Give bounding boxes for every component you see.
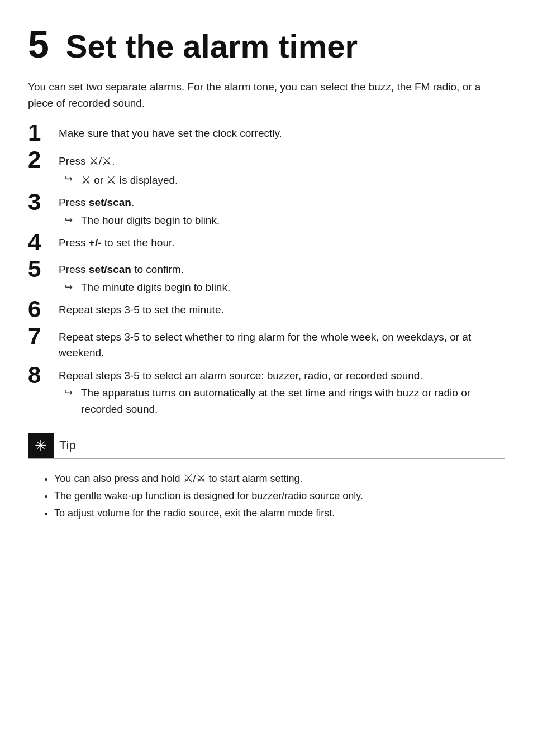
step-4-text: Press +/- to set the hour. [59,237,175,248]
alarm-icon-b: ⚔ [102,152,112,169]
step-8-result-text: The apparatus turns on automatically at … [81,385,505,417]
step-3: 3 Press set/scan. ↪ The hour digits begi… [28,192,505,228]
step-8-result: ↪ The apparatus turns on automatically a… [59,385,505,417]
step-3-result-text: The hour digits begin to blink. [81,213,220,229]
step-1-text: Make sure that you have set the clock co… [59,127,282,139]
step-1: 1 Make sure that you have set the clock … [28,122,505,146]
step-3-result: ↪ The hour digits begin to blink. [59,213,505,229]
step-number-6: 6 [28,296,59,322]
step-8: 8 Repeat steps 3-5 to select an alarm so… [28,365,505,418]
tip-header: ✳ Tip [28,433,505,458]
steps-list: 1 Make sure that you have set the clock … [28,122,505,417]
step-number-4: 4 [28,229,59,255]
tip-star-icon: ✳ [35,438,47,453]
step-5: 5 Press set/scan to confirm. ↪ The minut… [28,259,505,295]
step-2-result-text: ⚔ or ⚔ is displayed. [81,171,178,189]
alarm-icon-c: ⚔ [81,171,91,188]
key-set-scan-5: set/scan [89,264,131,275]
arrow-symbol-2: ↪ [64,171,77,186]
step-content-8: Repeat steps 3-5 to select an alarm sour… [59,365,505,418]
page-title: 5 Set the alarm timer [28,22,505,66]
step-number-1: 1 [28,120,59,146]
tip-item-1: You can also press and hold ⚔/⚔ to start… [54,469,492,487]
step-6-text: Repeat steps 3-5 to set the minute. [59,304,224,315]
step-content-6: Repeat steps 3-5 to set the minute. [59,299,505,318]
key-plus-minus: +/- [89,237,102,248]
step-2-text: Press ⚔/⚔. [59,155,115,167]
tip-list: You can also press and hold ⚔/⚔ to start… [41,469,492,521]
step-4: 4 Press +/- to set the hour. [28,232,505,255]
step-content-7: Repeat steps 3-5 to select whether to ri… [59,326,505,361]
step-7: 7 Repeat steps 3-5 to select whether to … [28,326,505,361]
tip-item-1-text: You can also press and hold ⚔/⚔ to start… [54,473,303,484]
step-2-result: ↪ ⚔ or ⚔ is displayed. [59,171,505,189]
chapter-number: 5 [28,22,49,66]
key-set-scan-3: set/scan [89,197,131,208]
tip-section: ✳ Tip You can also press and hold ⚔/⚔ to… [28,433,505,533]
alarm-icon-a: ⚔ [89,152,99,169]
tip-alarm-icon-a: ⚔ [183,469,193,487]
tip-box: You can also press and hold ⚔/⚔ to start… [28,458,505,533]
step-content-1: Make sure that you have set the clock co… [59,122,505,142]
chapter-title: Set the alarm timer [66,27,358,65]
tip-item-2-text: The gentle wake-up function is designed … [54,490,363,501]
step-8-text: Repeat steps 3-5 to select an alarm sour… [59,370,423,381]
step-content-2: Press ⚔/⚔. ↪ ⚔ or ⚔ is displayed. [59,149,505,188]
arrow-symbol-8: ↪ [64,385,77,400]
step-7-text: Repeat steps 3-5 to select whether to ri… [59,331,471,359]
step-number-2: 2 [28,147,59,173]
tip-item-3: To adjust volume for the radio source, e… [54,505,492,521]
step-number-7: 7 [28,324,59,350]
intro-paragraph: You can set two separate alarms. For the… [28,79,505,111]
arrow-symbol-3: ↪ [64,213,77,228]
tip-item-2: The gentle wake-up function is designed … [54,488,492,504]
tip-star-box: ✳ [28,433,54,458]
step-number-8: 8 [28,362,59,388]
step-5-text: Press set/scan to confirm. [59,264,184,275]
tip-alarm-icon-b: ⚔ [196,469,206,487]
step-3-text: Press set/scan. [59,197,134,208]
step-number-3: 3 [28,189,59,215]
step-6: 6 Repeat steps 3-5 to set the minute. [28,299,505,322]
tip-label: Tip [59,438,76,453]
step-content-5: Press set/scan to confirm. ↪ The minute … [59,259,505,295]
alarm-icon-d: ⚔ [106,171,116,188]
step-2: 2 Press ⚔/⚔. ↪ ⚔ or ⚔ is displayed. [28,149,505,188]
step-5-result: ↪ The minute digits begin to blink. [59,280,505,296]
step-content-4: Press +/- to set the hour. [59,232,505,251]
tip-item-3-text: To adjust volume for the radio source, e… [54,508,335,519]
step-number-5: 5 [28,256,59,282]
step-content-3: Press set/scan. ↪ The hour digits begin … [59,192,505,228]
step-5-result-text: The minute digits begin to blink. [81,280,230,296]
arrow-symbol-5: ↪ [64,280,77,295]
